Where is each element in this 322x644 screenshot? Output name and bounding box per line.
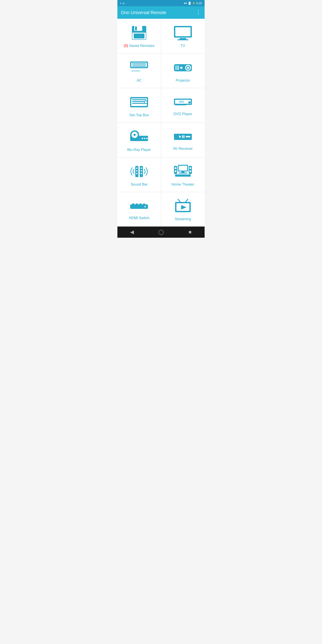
- svg-rect-25: [132, 99, 146, 100]
- nav-bar: ◀ ◯ ■: [118, 226, 204, 238]
- ac-label: AC: [137, 78, 142, 82]
- svg-rect-26: [132, 101, 146, 102]
- time: 6:20: [196, 2, 202, 5]
- sound-bar-label: Sound Bar: [130, 182, 148, 186]
- svg-rect-68: [132, 204, 134, 205]
- svg-rect-58: [181, 172, 184, 173]
- grid-item-streaming[interactable]: Streaming: [161, 192, 205, 226]
- grid-item-dvd-player[interactable]: DVD DVD Player: [161, 88, 205, 122]
- svg-rect-70: [139, 204, 142, 205]
- recents-button[interactable]: ■: [186, 228, 194, 236]
- svg-rect-7: [180, 38, 186, 39]
- svg-rect-19: [176, 66, 176, 70]
- svg-rect-57: [179, 166, 187, 170]
- grid-item-projector[interactable]: Projector: [161, 54, 205, 88]
- av-receiver-icon: [173, 130, 193, 144]
- svg-rect-27: [132, 103, 146, 104]
- svg-rect-2: [135, 26, 137, 30]
- sound-bar-icon: [129, 164, 149, 179]
- svg-rect-6: [175, 27, 190, 36]
- dvd-player-label: DVD Player: [174, 112, 192, 116]
- svg-rect-43: [174, 139, 192, 140]
- streaming-label: Streaming: [175, 217, 191, 221]
- svg-line-76: [186, 199, 188, 202]
- svg-line-75: [178, 199, 180, 202]
- svg-point-39: [142, 138, 143, 139]
- app-title: Onn Universal Remote: [121, 10, 166, 15]
- svg-rect-59: [179, 173, 187, 174]
- svg-point-41: [146, 138, 148, 139]
- spinner-icon: ◎: [122, 2, 125, 5]
- svg-text:≈≈≈≈: ≈≈≈≈: [131, 69, 140, 73]
- svg-point-61: [175, 167, 176, 169]
- svg-rect-11: [132, 63, 146, 64]
- hdmi-switch-icon: [129, 200, 149, 213]
- svg-point-64: [190, 167, 191, 169]
- svg-rect-63: [189, 166, 192, 174]
- svg-point-51: [136, 170, 138, 172]
- projector-label: Projector: [176, 78, 190, 82]
- set-top-box-label: Set-Top Box: [130, 113, 149, 117]
- home-theater-icon: [173, 164, 193, 179]
- svg-point-54: [141, 170, 142, 172]
- svg-point-29: [145, 101, 147, 103]
- saved-remotes-label: (0) Saved Remotes: [124, 44, 154, 48]
- grid-item-tv[interactable]: TV: [161, 19, 205, 53]
- grid-item-av-receiver[interactable]: AV Receiver: [161, 123, 205, 157]
- blu-ray-player-icon: [129, 129, 149, 145]
- wifi-icon: ▾▾: [184, 2, 187, 5]
- blu-ray-player-label: Blu-Ray Player: [127, 148, 151, 152]
- grid-item-blu-ray-player[interactable]: Blu-Ray Player: [118, 123, 161, 157]
- svg-point-65: [190, 170, 191, 172]
- status-bar-right: ▾▾ ▐▌ ⚡ 6:20: [184, 2, 202, 5]
- svg-rect-21: [178, 66, 179, 70]
- svg-point-55: [141, 173, 142, 174]
- svg-rect-66: [175, 174, 191, 177]
- svg-rect-71: [143, 204, 145, 205]
- status-bar: ▪ ◎ ▾▾ ▐▌ ⚡ 6:20: [118, 0, 204, 6]
- svg-point-50: [136, 168, 138, 169]
- ac-icon: ≈≈≈≈: [129, 60, 149, 75]
- streaming-icon: [174, 198, 192, 214]
- status-bar-left: ▪ ◎: [120, 1, 125, 5]
- hdmi-switch-label: HDMI Switch: [129, 216, 149, 220]
- grid-item-sound-bar[interactable]: Sound Bar: [118, 158, 161, 192]
- home-button[interactable]: ◯: [156, 228, 166, 236]
- svg-rect-47: [186, 136, 190, 137]
- set-top-box-icon: [129, 94, 149, 110]
- svg-rect-13: [132, 66, 146, 67]
- svg-text:DVD: DVD: [179, 100, 184, 103]
- tv-label: TV: [181, 44, 185, 48]
- back-button[interactable]: ◀: [128, 228, 136, 236]
- svg-rect-60: [174, 166, 177, 174]
- svg-point-18: [187, 67, 189, 69]
- grid-item-home-theater[interactable]: Home Theater: [161, 158, 205, 192]
- svg-rect-12: [132, 64, 146, 65]
- svg-rect-69: [136, 204, 138, 205]
- svg-rect-33: [175, 105, 186, 105]
- saved-remotes-icon: [130, 25, 148, 41]
- svg-point-53: [141, 168, 142, 169]
- more-options-icon[interactable]: ⋮: [196, 10, 201, 16]
- av-receiver-label: AV Receiver: [173, 147, 193, 151]
- svg-point-34: [188, 101, 190, 104]
- grid-item-ac[interactable]: ≈≈≈≈ AC: [118, 54, 161, 88]
- svg-point-40: [144, 138, 145, 139]
- svg-rect-8: [177, 39, 188, 40]
- device-grid: (0) Saved Remotes TV ≈≈≈≈ AC: [118, 19, 204, 226]
- svg-point-52: [136, 173, 138, 174]
- svg-point-38: [134, 134, 136, 136]
- grid-item-hdmi-switch[interactable]: HDMI Switch: [118, 192, 161, 226]
- svg-rect-46: [184, 135, 184, 138]
- battery-icon: ⚡: [192, 2, 196, 5]
- dvd-player-icon: DVD: [173, 96, 193, 109]
- svg-point-22: [180, 67, 182, 69]
- grid-item-set-top-box[interactable]: Set-Top Box: [118, 88, 161, 122]
- tv-icon: [173, 25, 193, 41]
- home-theater-label: Home Theater: [172, 182, 194, 186]
- square-icon: ▪: [120, 1, 121, 5]
- svg-rect-4: [134, 34, 144, 38]
- svg-rect-45: [182, 135, 183, 138]
- svg-point-62: [175, 170, 176, 172]
- grid-item-saved-remotes[interactable]: (0) Saved Remotes: [118, 19, 161, 53]
